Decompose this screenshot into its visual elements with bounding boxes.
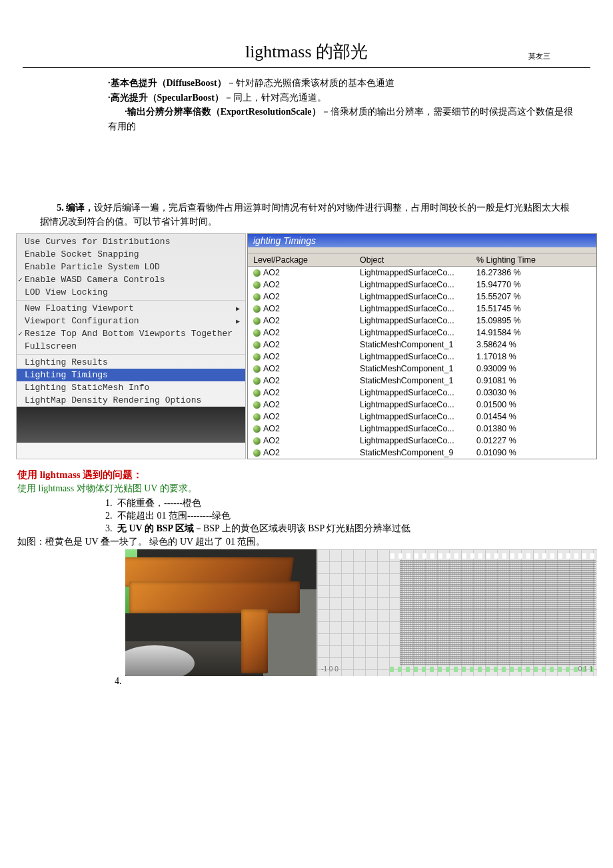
sphere-icon [253, 401, 261, 409]
menu-item[interactable]: LOD View Locking [17, 286, 245, 299]
cell-object: LightmappedSurfaceCo... [354, 303, 471, 315]
cell-level: AO2 [248, 279, 354, 291]
cell-level-text: AO2 [263, 352, 280, 361]
th-object[interactable]: Object [354, 254, 471, 266]
problem-item-1: 不能重叠，------橙色 [115, 497, 597, 509]
bullet-3-bold: ·输出分辨分辨率倍数（ExportResolutionScale） [125, 107, 320, 117]
menu-item[interactable]: Viewport Configuration▶ [17, 315, 245, 327]
menu-item[interactable]: LightMap Density Rendering Options [17, 394, 245, 407]
cell-object: StaticMeshComponent_9 [354, 447, 471, 459]
menu-item[interactable]: Lighting StaticMesh Info [17, 381, 245, 394]
table-row[interactable]: AO2LightmappedSurfaceCo...1.17018 % [248, 351, 596, 363]
uv-hatch [400, 560, 596, 665]
table-row[interactable]: AO2StaticMeshComponent_10.91081 % [248, 375, 596, 387]
table-row[interactable]: AO2LightmappedSurfaceCo...0.01454 % [248, 411, 596, 423]
cell-object: LightmappedSurfaceCo... [354, 423, 471, 435]
cell-level-text: AO2 [263, 376, 280, 385]
menu-item[interactable]: Fullscreen [17, 340, 245, 353]
table-row[interactable]: AO2StaticMeshComponent_90.01090 % [248, 447, 596, 459]
cell-percent: 0.01227 % [471, 435, 559, 447]
sphere-icon [253, 389, 261, 397]
problem-item-2: 不能超出 01 范围--------绿色 [115, 510, 597, 522]
cell-object: LightmappedSurfaceCo... [354, 399, 471, 411]
sphere-icon [253, 305, 261, 313]
table-row[interactable]: AO2LightmappedSurfaceCo...0.01380 % [248, 423, 596, 435]
lighting-timings-panel: ighting Timings Level/Package Object % L… [247, 233, 597, 459]
table-row[interactable]: AO2LightmappedSurfaceCo...15.51745 % [248, 303, 596, 315]
cell-level-text: AO2 [263, 328, 280, 337]
table-row[interactable]: AO2LightmappedSurfaceCo...16.27386 % [248, 267, 596, 279]
cell-level: AO2 [248, 387, 354, 399]
cell-level-text: AO2 [263, 304, 280, 313]
cell-level: AO2 [248, 363, 354, 375]
submenu-arrow-icon: ▶ [236, 305, 240, 313]
cell-level-text: AO2 [263, 412, 280, 421]
table-body: AO2LightmappedSurfaceCo...16.27386 %AO2L… [248, 267, 596, 459]
cell-object: LightmappedSurfaceCo... [354, 351, 471, 363]
cell-object: StaticMeshComponent_1 [354, 363, 471, 375]
cell-level-text: AO2 [263, 268, 280, 277]
table-row[interactable]: AO2LightmappedSurfaceCo...15.09895 % [248, 315, 596, 327]
cell-object: LightmappedSurfaceCo... [354, 411, 471, 423]
cell-level: AO2 [248, 303, 354, 315]
cell-object: LightmappedSurfaceCo... [354, 435, 471, 447]
table-row[interactable]: AO2LightmappedSurfaceCo...0.01500 % [248, 399, 596, 411]
th-percent[interactable]: % Lighting Time [471, 254, 559, 266]
table-row[interactable]: AO2LightmappedSurfaceCo...15.94770 % [248, 279, 596, 291]
cell-object: LightmappedSurfaceCo... [354, 267, 471, 279]
cell-level-text: AO2 [263, 316, 280, 325]
cell-level: AO2 [248, 399, 354, 411]
cell-level: AO2 [248, 423, 354, 435]
menu-fade [17, 407, 245, 443]
cell-percent: 16.27386 % [471, 267, 559, 279]
cell-level-text: AO2 [263, 280, 280, 289]
cell-object: LightmappedSurfaceCo... [354, 279, 471, 291]
sphere-icon [253, 281, 261, 289]
sphere-icon [253, 437, 261, 445]
menu-item[interactable]: New Floating Viewport▶ [17, 302, 245, 315]
sphere-icon [253, 293, 261, 301]
sphere-icon [253, 365, 261, 373]
bullet-1-text: －针对静态光照倍乘该材质的基本色通道 [227, 78, 394, 88]
cell-level: AO2 [248, 291, 354, 303]
cell-object: StaticMeshComponent_1 [354, 375, 471, 387]
cell-level: AO2 [248, 411, 354, 423]
figure-row: -1 0 0 0 1 1 [125, 549, 597, 676]
cell-percent: 0.93009 % [471, 363, 559, 375]
menu-group-1: Use Curves for DistributionsEnable Socke… [17, 235, 245, 299]
cell-level: AO2 [248, 315, 354, 327]
cell-level: AO2 [248, 339, 354, 351]
render-preview [125, 549, 316, 676]
cell-level-text: AO2 [263, 388, 280, 397]
bullet-1-bold: ·基本色提升（DiffuseBoost） [108, 78, 227, 88]
problems-subheading: 使用 lightmass 对物体灯光贴图 UV 的要求。 [17, 483, 597, 495]
table-title: ighting Timings [248, 234, 596, 247]
cell-percent: 3.58624 % [471, 339, 559, 351]
menu-item[interactable]: Use Curves for Distributions [17, 235, 245, 248]
menu-separator [17, 300, 245, 301]
menu-item[interactable]: Resize Top And Bottom Viewports Together [17, 327, 245, 340]
problem-1-text: 不能重叠，------橙色 [117, 498, 201, 508]
cell-level-text: AO2 [263, 448, 280, 457]
table-row[interactable]: AO2StaticMeshComponent_10.93009 % [248, 363, 596, 375]
problem-item-3: 无 UV 的 BSP 区域－BSP 上的黄色区域表明该 BSP 灯光贴图分辨率过… [115, 523, 597, 535]
table-row[interactable]: AO2LightmappedSurfaceCo...15.55207 % [248, 291, 596, 303]
menu-item[interactable]: Enable WASD Camera Controls [17, 273, 245, 286]
table-row[interactable]: AO2StaticMeshComponent_13.58624 % [248, 339, 596, 351]
sphere-icon [253, 317, 261, 325]
cell-object: LightmappedSurfaceCo... [354, 387, 471, 399]
table-row[interactable]: AO2LightmappedSurfaceCo...0.03030 % [248, 387, 596, 399]
menu-item[interactable]: Enable Particle System LOD [17, 261, 245, 273]
header-rule [23, 67, 590, 68]
menu-item[interactable]: Lighting Timings [17, 369, 245, 381]
th-level[interactable]: Level/Package [248, 254, 354, 266]
problems-heading: 使用 lightmass 遇到的问题： [17, 469, 597, 481]
menu-item[interactable]: Enable Socket Snapping [17, 248, 245, 261]
cell-level: AO2 [248, 435, 354, 447]
table-row[interactable]: AO2LightmappedSurfaceCo...0.01227 % [248, 435, 596, 447]
uv-triangles-top [390, 553, 596, 559]
menu-item[interactable]: Lighting Results [17, 356, 245, 369]
sphere-icon [253, 341, 261, 349]
table-row[interactable]: AO2LightmappedSurfaceCo...14.91584 % [248, 327, 596, 339]
cell-object: StaticMeshComponent_1 [354, 339, 471, 351]
